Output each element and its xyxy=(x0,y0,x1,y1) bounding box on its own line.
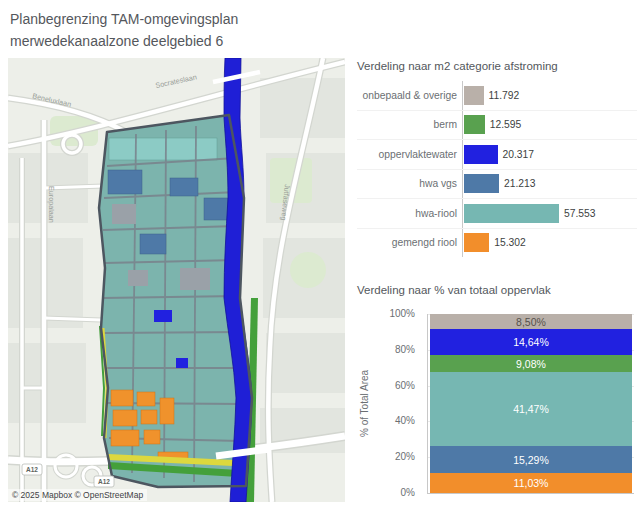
a12-badge: A12 xyxy=(94,476,114,487)
category-label: gemengd riool xyxy=(357,237,462,248)
road-label-europalaan: Europalaan xyxy=(47,186,56,223)
value-label: 21.213 xyxy=(504,178,536,189)
y-tick: 0% xyxy=(401,488,415,498)
value-label: 11.792 xyxy=(489,90,520,101)
category-label: hwa-riool xyxy=(357,208,462,219)
map-panel: Socrateslaan Beneluxlaan Europalaan Jutf… xyxy=(8,58,345,502)
category-label: oppervlaktewater xyxy=(357,149,462,160)
bar-row: onbepaald & overige 11.792 xyxy=(357,81,637,111)
bar-chart: Verdeling naar m2 categorie afstroming o… xyxy=(357,60,637,270)
stacked-bar: 8,50% 14,64% 9,08% 41,47% 15,29% 11,03% xyxy=(430,314,632,493)
page-title-line1: Planbegrenzing TAM-omgevingsplan xyxy=(10,8,238,30)
bar[interactable] xyxy=(464,145,498,164)
bar-row: oppervlaktewater 20.317 xyxy=(357,140,637,170)
plan-top-band xyxy=(109,138,217,160)
segment-hwa-riool[interactable]: 41,47% xyxy=(430,372,632,446)
value-label: 20.317 xyxy=(503,149,535,160)
map-canvas[interactable]: Socrateslaan Beneluxlaan Europalaan Jutf… xyxy=(8,58,345,502)
segment-onbepaald[interactable]: 8,50% xyxy=(430,314,632,329)
stacked-plot-area: 8,50% 14,64% 9,08% 41,47% 15,29% 11,03% xyxy=(427,314,634,494)
stacked-chart: Verdeling naar % van totaal oppervlak % … xyxy=(357,284,637,508)
segment-oppervlaktewater[interactable]: 14,64% xyxy=(430,329,632,355)
stacked-chart-title: Verdeling naar % van totaal oppervlak xyxy=(357,284,637,296)
y-tick: 100% xyxy=(389,309,415,319)
y-tick: 80% xyxy=(395,345,415,355)
a12-badge: A12 xyxy=(22,464,42,475)
y-axis-ticks: 100% 80% 60% 40% 20% 0% xyxy=(377,314,421,493)
bar[interactable] xyxy=(464,174,499,193)
bar-row: gemengd riool 15.302 xyxy=(357,229,637,258)
bar-row: hwa vgs 21.213 xyxy=(357,170,637,200)
bar[interactable] xyxy=(464,233,489,252)
value-label: 15.302 xyxy=(494,237,526,248)
dashboard: Planbegrenzing TAM-omgevingsplan merwede… xyxy=(0,0,642,514)
page-title: Planbegrenzing TAM-omgevingsplan merwede… xyxy=(10,8,238,52)
y-axis-label: % of Total Area xyxy=(359,314,370,493)
y-tick: 20% xyxy=(395,452,415,462)
category-label: onbepaald & overige xyxy=(357,90,462,101)
value-label: 57.553 xyxy=(564,208,596,219)
a12-badge-label: A12 xyxy=(98,478,110,485)
a12-badge-label: A12 xyxy=(26,466,38,473)
y-tick: 60% xyxy=(395,381,415,391)
segment-gemengd[interactable]: 11,03% xyxy=(430,473,632,493)
page-title-line2: merwedekanaalzone deelgebied 6 xyxy=(10,30,238,52)
bar[interactable] xyxy=(464,115,485,134)
bar-row: hwa-riool 57.553 xyxy=(357,199,637,229)
category-label: berm xyxy=(357,119,462,130)
bar-row: berm 12.595 xyxy=(357,111,637,141)
value-label: 12.595 xyxy=(490,119,522,130)
bar-chart-title: Verdeling naar m2 categorie afstroming xyxy=(357,60,637,72)
bar[interactable] xyxy=(464,204,559,223)
map-attribution[interactable]: © 2025 Mapbox © OpenStreetMap xyxy=(8,489,147,501)
y-tick: 40% xyxy=(395,416,415,426)
segment-berm[interactable]: 9,08% xyxy=(430,355,632,371)
bar[interactable] xyxy=(464,86,484,105)
category-label: hwa vgs xyxy=(357,178,462,189)
segment-hwa-vgs[interactable]: 15,29% xyxy=(430,446,632,473)
